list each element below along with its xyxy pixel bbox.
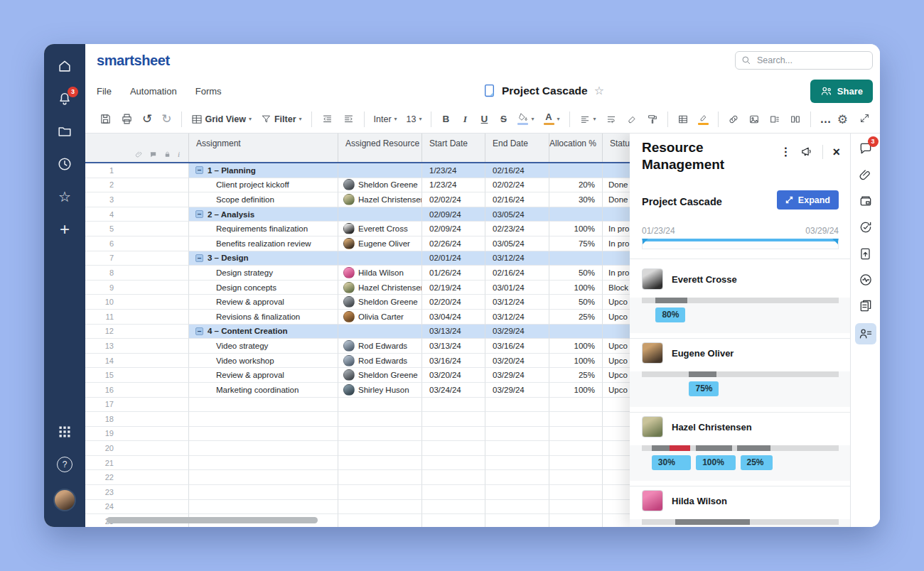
assignment-cell[interactable]: Requirements finalization — [189, 222, 338, 236]
assigned-resource-cell[interactable] — [338, 514, 422, 527]
filter-selector[interactable]: Filter ▾ — [261, 114, 302, 124]
start-date-cell[interactable]: 1/23/24 — [422, 178, 485, 193]
row-number-cell[interactable]: 9 — [85, 281, 189, 295]
start-date-cell[interactable]: 03/20/24 — [422, 368, 485, 383]
end-date-cell[interactable]: 03/29/24 — [485, 368, 549, 383]
save-button[interactable] — [100, 113, 112, 125]
end-date-cell[interactable] — [485, 514, 549, 527]
end-date-cell[interactable]: 03/05/24 — [485, 236, 549, 251]
merge-cells-button[interactable] — [790, 114, 801, 125]
assigned-resource-cell[interactable] — [338, 163, 422, 178]
start-date-cell[interactable] — [422, 441, 485, 456]
allocation-cell[interactable] — [549, 500, 603, 515]
browse-folder-icon[interactable] — [56, 123, 73, 140]
row-number-cell[interactable]: 10 — [85, 295, 189, 310]
end-date-cell[interactable]: 03/29/24 — [485, 325, 549, 339]
card-layout-button[interactable] — [769, 114, 780, 125]
allocation-cell[interactable] — [549, 456, 603, 471]
allocation-cell[interactable] — [549, 163, 603, 178]
allocation-cell[interactable]: 75% — [549, 236, 603, 251]
row-number-cell[interactable]: 21 — [85, 456, 189, 471]
font-size-selector[interactable]: 13 ▾ — [407, 114, 422, 124]
end-date-cell[interactable] — [485, 500, 549, 515]
grid-row[interactable]: 21 — [85, 456, 660, 471]
allocation-cell[interactable]: 20% — [549, 178, 603, 193]
cell-format-table-icon[interactable] — [677, 114, 689, 125]
end-date-cell[interactable]: 03/12/24 — [485, 310, 549, 325]
allocation-cell[interactable]: 25% — [549, 310, 603, 325]
end-date-cell[interactable] — [485, 470, 549, 485]
allocation-cell[interactable] — [549, 251, 603, 266]
assignment-cell[interactable]: –3 – Design — [189, 251, 338, 266]
assignment-cell[interactable] — [189, 470, 338, 485]
assignment-cell[interactable]: Video workshop — [189, 354, 338, 369]
view-selector[interactable]: Grid View ▾ — [191, 114, 252, 125]
end-date-cell[interactable]: 03/05/24 — [485, 207, 549, 222]
allocation-chip[interactable]: 100% — [696, 455, 735, 470]
link-button[interactable] — [728, 114, 739, 125]
share-button[interactable]: Share — [810, 80, 873, 103]
end-date-cell[interactable] — [485, 398, 549, 413]
assigned-resource-cell[interactable]: Rod Edwards — [338, 354, 422, 369]
start-date-cell[interactable]: 03/04/24 — [422, 310, 485, 325]
start-date-cell[interactable]: 03/24/24 — [422, 383, 485, 398]
print-button[interactable] — [121, 113, 133, 125]
outdent-button[interactable] — [321, 114, 333, 124]
assigned-resource-cell[interactable]: Hazel Christensen — [338, 192, 422, 207]
allocation-cell[interactable] — [549, 398, 603, 413]
menu-forms[interactable]: Forms — [195, 86, 222, 97]
end-date-cell[interactable]: 03/01/24 — [485, 281, 549, 295]
assignment-cell[interactable]: –1 – Planning — [189, 163, 338, 178]
allocation-cell[interactable]: 25% — [549, 368, 603, 383]
assignment-cell[interactable]: –2 – Analysis — [189, 207, 338, 222]
attachments-paperclip-icon[interactable] — [856, 165, 876, 184]
grid-row[interactable]: 19 — [85, 427, 660, 442]
assigned-resource-cell[interactable] — [338, 398, 422, 413]
panel-close-icon[interactable]: × — [832, 146, 840, 158]
start-date-cell[interactable]: 03/13/24 — [422, 325, 485, 339]
collapse-row-button[interactable]: – — [195, 166, 203, 174]
end-date-cell[interactable]: 02/16/24 — [485, 163, 549, 178]
grid-row[interactable]: 20 — [85, 441, 660, 456]
allocation-cell[interactable]: 100% — [549, 222, 603, 236]
start-date-cell[interactable]: 03/16/24 — [422, 354, 485, 369]
end-date-cell[interactable]: 03/16/24 — [485, 339, 549, 354]
format-painter-roller-icon[interactable] — [647, 114, 658, 125]
allocation-cell[interactable] — [549, 514, 603, 527]
allocation-cell[interactable] — [549, 427, 603, 442]
row-number-cell[interactable]: 2 — [85, 178, 189, 193]
assigned-resource-cell[interactable] — [338, 441, 422, 456]
grid-row[interactable]: 5Requirements finalizationEverett Cross0… — [85, 222, 660, 236]
text-color-button[interactable]: A ▾ — [544, 113, 560, 125]
start-date-cell[interactable]: 02/02/24 — [422, 192, 485, 207]
clear-format-eraser-icon[interactable] — [626, 114, 638, 124]
start-date-cell[interactable]: 02/26/24 — [422, 236, 485, 251]
help-icon[interactable]: ? — [56, 456, 73, 473]
favorites-star-icon[interactable]: ☆ — [56, 188, 73, 205]
assignment-cell[interactable] — [189, 441, 338, 456]
assigned-resource-cell[interactable] — [338, 427, 422, 442]
end-date-cell[interactable] — [485, 485, 549, 500]
assigned-resource-cell[interactable] — [338, 207, 422, 222]
assignment-cell[interactable]: Review & approval — [189, 368, 338, 383]
allocation-cell[interactable] — [549, 485, 603, 500]
assignment-cell[interactable]: Review & approval — [189, 295, 338, 310]
end-date-cell[interactable]: 02/16/24 — [485, 192, 549, 207]
assigned-resource-cell[interactable] — [338, 470, 422, 485]
grid-row[interactable]: 14Video workshopRod Edwards03/16/2403/20… — [85, 354, 660, 369]
row-number-cell[interactable]: 7 — [85, 251, 189, 266]
update-requests-icon[interactable] — [856, 218, 876, 236]
assigned-resource-cell[interactable]: Sheldon Greene — [338, 295, 422, 310]
grid-row[interactable]: 13Video strategyRod Edwards03/13/2403/16… — [85, 339, 660, 354]
allocation-cell[interactable] — [549, 470, 603, 485]
search-input[interactable] — [756, 55, 866, 66]
favorite-star-icon[interactable]: ☆ — [594, 85, 604, 97]
row-number-cell[interactable]: 23 — [85, 485, 189, 500]
allocation-chip[interactable]: 80% — [655, 308, 685, 322]
row-number-cell[interactable]: 5 — [85, 222, 189, 236]
highlight-button[interactable] — [698, 114, 709, 125]
end-date-cell[interactable]: 03/12/24 — [485, 251, 549, 266]
assigned-resource-cell[interactable]: Olivia Carter — [338, 310, 422, 325]
row-number-cell[interactable]: 16 — [85, 383, 189, 398]
grid-row[interactable]: 22 — [85, 470, 660, 485]
